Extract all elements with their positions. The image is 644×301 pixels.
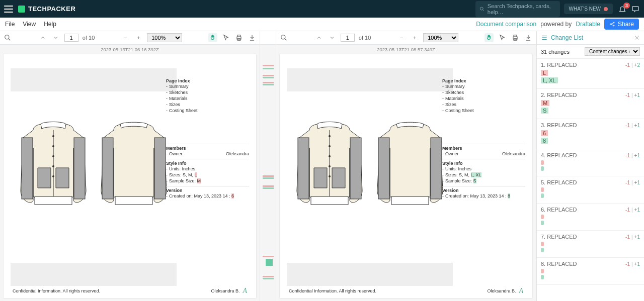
index-item: Sketches [442, 89, 525, 95]
zoom-select[interactable]: 100% [423, 33, 458, 42]
version-title: Version [166, 186, 249, 193]
change-item[interactable]: 1. REPLACED-1|+2LL, XL [537, 59, 644, 89]
whats-new-button[interactable]: WHAT'S NEW [564, 4, 613, 14]
change-filter-select[interactable]: Content changes only [585, 47, 640, 56]
page-input[interactable] [64, 34, 78, 42]
prev-page-button[interactable] [38, 33, 47, 42]
change-title: 5. REPLACED [541, 179, 577, 185]
change-item[interactable]: 5. REPLACED-1|+1 [537, 176, 644, 204]
jacket-front-icon [292, 120, 367, 208]
member-row: OwnerOleksandra [166, 151, 249, 157]
jacket-back-icon [96, 120, 172, 208]
jacket-illustration [11, 118, 177, 211]
close-change-list-button[interactable] [634, 35, 640, 41]
menu-help[interactable]: Help [44, 21, 56, 28]
svg-point-6 [5, 35, 9, 39]
hand-tool-button[interactable] [208, 33, 217, 42]
change-ins-bar [541, 221, 544, 225]
svg-point-29 [52, 175, 54, 177]
svg-point-27 [52, 155, 54, 157]
page-footer: Confidential Information. All rights res… [13, 287, 247, 295]
page-of-text: of 10 [83, 35, 95, 41]
left-pane-toolbar: of 10 − + 100% [0, 31, 260, 44]
print-button[interactable] [234, 33, 244, 42]
svg-point-3 [610, 24, 611, 25]
page-input[interactable] [341, 34, 355, 42]
pointer-tool-button[interactable] [498, 33, 507, 42]
index-item: Costing Sheet [166, 108, 249, 114]
share-label: Share [618, 21, 634, 28]
change-item[interactable]: 6. REPLACED-1|+1 [537, 204, 644, 231]
search-in-doc-button[interactable] [3, 33, 12, 42]
help-button[interactable] [631, 5, 640, 14]
print-icon [235, 34, 243, 41]
change-item[interactable]: 8. REPLACED-1|+1 [537, 258, 644, 285]
close-icon [634, 35, 640, 41]
change-item[interactable]: 4. REPLACED-1|+1 [537, 149, 644, 176]
change-title: 8. REPLACED [541, 261, 577, 267]
toolbar-row: of 10 − + 100% of 10 − + 100% Change Lis… [0, 31, 644, 45]
menu-view[interactable]: View [23, 21, 36, 28]
footer-confidential: Confidential Information. All rights res… [13, 288, 100, 293]
search-box[interactable]: Search Techpacks, cards, help… [475, 1, 560, 17]
right-document-pane: 2023-05-13T21:08:57.349Z [276, 45, 536, 301]
footer-confidential: Confidential Information. All rights res… [289, 288, 376, 293]
change-item[interactable]: 7. REPLACED-1|+1 [537, 231, 644, 258]
menu-file[interactable]: File [5, 21, 15, 28]
left-page[interactable]: Page Index Summary Sketches Materials Si… [4, 54, 256, 298]
download-button[interactable] [248, 33, 257, 42]
change-title: 4. REPLACED [541, 152, 577, 158]
change-old-value: L [541, 70, 548, 76]
jacket-front-icon [16, 120, 91, 208]
version-created: Created on: May 13, 2023 14 : 6 [166, 193, 249, 199]
change-list[interactable]: 1. REPLACED-1|+2LL, XL2. REPLACED-1|+1MS… [537, 59, 644, 301]
zoom-in-button[interactable]: + [410, 33, 419, 42]
index-item: Summary [166, 83, 249, 89]
change-item[interactable]: 2. REPLACED-1|+1MS [537, 89, 644, 119]
left-timestamp: 2023-05-13T21:06:16.392Z [0, 45, 260, 54]
app-logo[interactable]: TECHPACKER [18, 5, 75, 13]
next-page-button[interactable] [328, 33, 337, 42]
chevron-up-icon [316, 35, 322, 41]
search-in-doc-button[interactable] [279, 33, 288, 42]
search-icon [4, 34, 11, 41]
pointer-tool-button[interactable] [221, 33, 230, 42]
zoom-in-button[interactable]: + [134, 33, 143, 42]
notifications-button[interactable]: 3 [618, 5, 627, 14]
members-title: Members [442, 144, 525, 151]
svg-point-0 [480, 7, 483, 10]
svg-line-12 [285, 39, 287, 41]
diff-overview-strip[interactable] [260, 45, 276, 301]
hand-tool-button[interactable] [485, 33, 494, 42]
whats-new-dot-icon [604, 7, 608, 11]
draftable-link[interactable]: Draftable [576, 21, 600, 28]
svg-point-40 [329, 165, 331, 167]
index-item: Sketches [166, 89, 249, 95]
right-page[interactable]: Page Index Summary Sketches Materials Si… [280, 54, 532, 298]
zoom-select[interactable]: 100% [147, 33, 182, 42]
zoom-out-button[interactable]: − [121, 33, 130, 42]
left-info-panel: Page Index Summary Sketches Materials Si… [166, 78, 249, 199]
change-ins-bar [541, 193, 544, 198]
svg-point-25 [52, 135, 54, 137]
prev-page-button[interactable] [314, 33, 324, 42]
download-icon [249, 34, 256, 41]
zoom-out-button[interactable]: − [397, 33, 406, 42]
doc-comparison-link[interactable]: Document comparison [476, 21, 536, 28]
change-old-value: M [541, 100, 549, 106]
placeholder-block [11, 68, 177, 91]
next-page-button[interactable] [51, 33, 60, 42]
svg-point-28 [52, 165, 54, 167]
change-item[interactable]: 3. REPLACED-1|+168 [537, 119, 644, 149]
hamburger-menu-icon[interactable] [4, 6, 13, 13]
print-button[interactable] [511, 33, 520, 42]
change-ins-bar [541, 166, 544, 171]
placeholder-block [11, 263, 177, 286]
change-ins-bar [541, 275, 544, 279]
share-button[interactable]: Share [604, 19, 639, 30]
download-icon [525, 34, 532, 41]
svg-point-4 [613, 22, 614, 23]
download-button[interactable] [524, 33, 533, 42]
change-del-bar [541, 242, 544, 246]
svg-point-5 [613, 25, 614, 26]
